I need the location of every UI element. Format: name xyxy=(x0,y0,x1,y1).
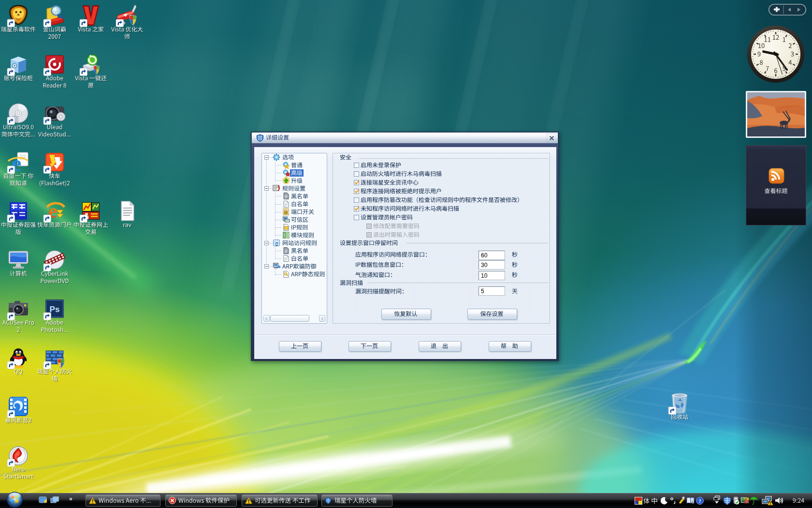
svg-text:?: ? xyxy=(698,498,701,504)
svg-text:Ps: Ps xyxy=(50,305,60,314)
